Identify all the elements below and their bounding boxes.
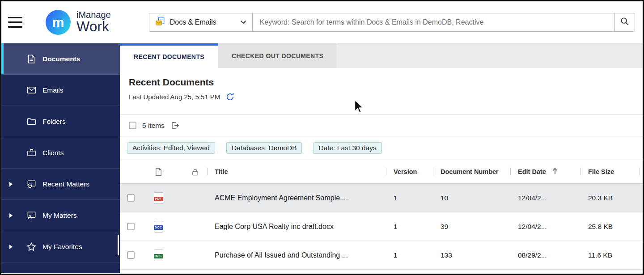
sidebar-item-emails[interactable]: Emails <box>1 75 120 106</box>
documents-icon <box>26 54 37 64</box>
search-bar: Docs & Emails <box>149 13 635 32</box>
recent-matters-icon <box>26 179 37 189</box>
document-edit-date: 12/04/2... <box>518 194 588 202</box>
last-updated-text: Last Updated Aug 25, 5:51 PM <box>129 93 220 101</box>
search-icon <box>620 17 630 28</box>
sidebar-item-label: Recent Matters <box>42 180 89 188</box>
favorites-star-icon <box>26 241 37 252</box>
document-title[interactable]: ACME Employment Agreement Sample.... <box>215 194 394 202</box>
chevron-down-icon <box>240 20 246 24</box>
doc-file-icon: DOC <box>154 221 163 233</box>
filter-chip-activities[interactable]: Activities: Edited, Viewed <box>127 142 215 154</box>
clients-icon <box>26 148 37 158</box>
header-version[interactable]: Version <box>394 168 441 175</box>
page-header: Recent Documents Last Updated Aug 25, 5:… <box>120 68 643 114</box>
brand-product: Work <box>76 20 111 34</box>
select-all-checkbox[interactable] <box>129 122 136 129</box>
table-header: Title Version Document Number Edit Date … <box>120 160 643 184</box>
tab-checked-out-documents[interactable]: CHECKED OUT DOCUMENTS <box>218 43 337 68</box>
sidebar-item-label: My Favorites <box>42 243 82 251</box>
brand-text: iManage Work <box>76 10 111 34</box>
document-version: 1 <box>394 251 441 259</box>
sidebar-item-label: Emails <box>42 86 64 94</box>
sort-ascending-icon <box>552 168 558 176</box>
search-button[interactable] <box>614 13 635 32</box>
main-content: RECENT DOCUMENTS CHECKED OUT DOCUMENTS R… <box>120 43 643 273</box>
search-input[interactable] <box>253 13 614 32</box>
row-checkbox[interactable] <box>127 194 135 202</box>
sidebar-item-recent-matters[interactable]: Recent Matters <box>1 169 120 200</box>
search-scope-label: Docs & Emails <box>170 18 216 26</box>
sidebar-scrollbar-thumb[interactable] <box>118 235 119 255</box>
brand-name: iManage <box>76 10 111 20</box>
filter-chip-date[interactable]: Date: Last 30 days <box>313 142 381 154</box>
sidebar-item-my-favorites[interactable]: My Favorites <box>1 231 120 262</box>
imanage-logo[interactable]: m <box>46 10 71 35</box>
search-scope-dropdown[interactable]: Docs & Emails <box>149 13 253 32</box>
xls-file-icon: XLS <box>154 250 163 261</box>
header-title[interactable]: Title <box>215 168 394 175</box>
refresh-icon[interactable] <box>226 93 234 101</box>
document-version: 1 <box>394 194 441 202</box>
sidebar-item-folders[interactable]: Folders <box>1 106 120 137</box>
expand-caret-icon[interactable] <box>9 213 16 218</box>
sidebar-item-label: My Matters <box>42 212 77 220</box>
top-bar: m iManage Work Docs & Emails <box>1 1 643 43</box>
document-file-size: 25.8 KB <box>588 223 643 231</box>
tab-bar-filler <box>337 43 643 68</box>
tab-recent-documents[interactable]: RECENT DOCUMENTS <box>120 43 218 68</box>
emails-icon <box>26 85 37 95</box>
list-toolbar: 5 items <box>120 114 643 136</box>
export-icon[interactable] <box>170 121 180 130</box>
hamburger-menu-icon[interactable] <box>8 17 22 28</box>
expand-caret-icon[interactable] <box>9 182 16 186</box>
lock-column-icon <box>175 168 215 176</box>
document-number: 133 <box>441 251 518 259</box>
app-window: m iManage Work Docs & Emails <box>0 0 644 275</box>
document-title[interactable]: Purchase of All Issued and Outstanding .… <box>215 251 394 259</box>
row-checkbox[interactable] <box>127 251 135 259</box>
page-title: Recent Documents <box>129 77 643 88</box>
document-edit-date: 08/29/2... <box>518 251 588 259</box>
sidebar: Documents Emails Folders <box>1 43 120 273</box>
row-checkbox[interactable] <box>127 223 135 230</box>
filter-chip-databases[interactable]: Databases: DemoDB <box>226 142 302 154</box>
brand[interactable]: m iManage Work <box>46 10 111 35</box>
header-edit-date[interactable]: Edit Date <box>518 168 588 176</box>
sidebar-item-label: Documents <box>42 55 80 63</box>
sidebar-item-documents[interactable]: Documents <box>1 43 120 75</box>
header-file-size[interactable]: File Size <box>588 168 643 175</box>
document-number: 39 <box>441 223 518 231</box>
filter-chips-row: Activities: Edited, Viewed Databases: De… <box>120 136 643 160</box>
items-count: 5 items <box>142 122 165 130</box>
tab-bar: RECENT DOCUMENTS CHECKED OUT DOCUMENTS <box>120 43 643 68</box>
expand-caret-icon[interactable] <box>9 245 16 249</box>
document-edit-date: 12/04/2... <box>518 223 588 231</box>
sidebar-item-label: Folders <box>42 118 66 126</box>
sidebar-item-my-matters[interactable]: My Matters <box>1 200 120 231</box>
folders-icon <box>26 116 37 127</box>
my-matters-icon <box>26 210 37 220</box>
document-version: 1 <box>394 223 441 231</box>
sidebar-item-label: Clients <box>42 149 64 157</box>
file-type-column-icon <box>141 168 175 176</box>
pdf-file-icon: PDF <box>154 192 163 204</box>
header-document-number[interactable]: Document Number <box>441 168 518 175</box>
table-row[interactable]: PDF ACME Employment Agreement Sample....… <box>120 184 643 212</box>
document-file-size: 20.3 KB <box>588 194 643 202</box>
docs-emails-icon <box>155 16 165 28</box>
document-file-size: 11.6 KB <box>588 251 643 259</box>
table-row[interactable]: DOC Eagle Corp USA Realty inc draft.docx… <box>120 212 643 241</box>
document-number: 10 <box>441 194 518 202</box>
document-title[interactable]: Eagle Corp USA Realty inc draft.docx <box>215 223 394 231</box>
table-row[interactable]: XLS Purchase of All Issued and Outstandi… <box>120 241 643 270</box>
sidebar-item-clients[interactable]: Clients <box>1 137 120 169</box>
